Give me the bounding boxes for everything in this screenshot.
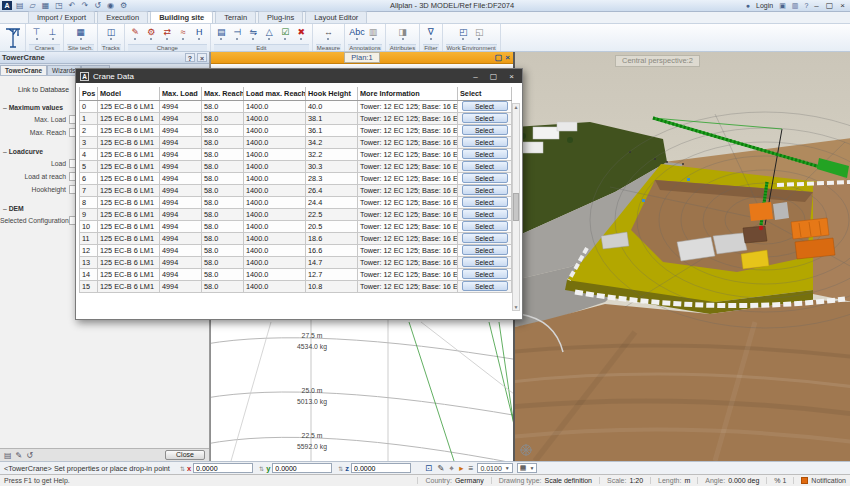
notification-area[interactable]: Notification: [793, 477, 846, 484]
select-button[interactable]: Select: [462, 173, 508, 183]
scroll-up-icon[interactable]: ▲: [514, 104, 519, 110]
delete-icon[interactable]: ✖: [294, 25, 309, 42]
palette-help-button[interactable]: ?: [185, 53, 195, 62]
view-icon[interactable]: ◉: [107, 1, 114, 10]
dialog-titlebar[interactable]: A Crane Data – ▢ ×: [76, 69, 522, 83]
select-button[interactable]: Select: [462, 101, 508, 111]
viewport-restore-icon[interactable]: ▢: [495, 53, 503, 62]
undo-icon[interactable]: ↶: [69, 1, 76, 10]
menu-icon[interactable]: ▤: [16, 1, 24, 10]
select-button[interactable]: Select: [462, 125, 508, 135]
ribbon-tab-execution[interactable]: Execution: [97, 11, 148, 23]
help-icon[interactable]: ?: [804, 2, 808, 9]
close-window-button[interactable]: ×: [840, 1, 846, 10]
slope-icon[interactable]: △: [262, 25, 277, 42]
scroll-down-icon[interactable]: ▼: [514, 304, 519, 310]
select-button[interactable]: Select: [462, 221, 508, 231]
palette-close-button[interactable]: Close: [165, 450, 205, 460]
fit-view-icon[interactable]: ⊡: [425, 463, 432, 474]
copy-window-icon[interactable]: ◳: [55, 1, 63, 10]
main-area: TowerCrane ? × TowerCraneWizardsLibrary …: [0, 52, 850, 461]
dialog-maximize-button[interactable]: ▢: [490, 72, 498, 81]
ribbon-tab-layout-editor[interactable]: Layout Editor: [305, 11, 367, 23]
dialog-close-button[interactable]: ×: [509, 72, 514, 81]
confirm-icon[interactable]: ☑: [278, 25, 293, 42]
ribbon-tab-plug-ins[interactable]: Plug-ins: [258, 11, 303, 23]
copy-icon[interactable]: ▤: [214, 25, 229, 42]
grid-dropdown[interactable]: ▦▼: [517, 463, 538, 473]
viewport-close-icon[interactable]: ×: [505, 53, 510, 62]
layout-icon[interactable]: ◰: [456, 25, 471, 42]
ribbon-tab-building-site[interactable]: Building site: [150, 11, 213, 23]
select-button[interactable]: Select: [462, 185, 508, 195]
window-switch-icon[interactable]: ▣: [779, 2, 786, 10]
place-crane-icon[interactable]: ⊤: [29, 25, 44, 42]
cell-max-load: 4994: [160, 280, 202, 292]
select-button[interactable]: Select: [462, 197, 508, 207]
coord-x-input[interactable]: [193, 463, 253, 473]
select-button[interactable]: Select: [462, 233, 508, 243]
edit-icon[interactable]: ✎: [16, 451, 23, 460]
mirror-icon[interactable]: ⇋: [246, 25, 261, 42]
crane-table-row: 11125 EC-B 6 LM1499458.01400.018.6Tower:…: [80, 232, 512, 244]
redo-icon[interactable]: ↷: [82, 1, 89, 10]
select-button[interactable]: Select: [462, 257, 508, 267]
wrench-icon[interactable]: ⚙: [144, 25, 159, 42]
crane-list-icon[interactable]: ⊥: [45, 25, 60, 42]
attributes-icon[interactable]: ◨: [395, 25, 410, 42]
curve-icon[interactable]: ≈: [176, 25, 191, 42]
palette-close-icon[interactable]: ×: [197, 53, 207, 62]
plan-viewport-titlebar[interactable]: Plan:1 ▢ ×: [211, 52, 513, 64]
trim-icon[interactable]: ⊣: [230, 25, 245, 42]
open-file-icon[interactable]: ▱: [30, 1, 36, 10]
select-button[interactable]: Select: [462, 269, 508, 279]
ribbon-tab-terrain[interactable]: Terrain: [215, 11, 256, 23]
dialog-scrollbar[interactable]: ▲ ▼: [512, 103, 520, 311]
sheet-icon[interactable]: ▥: [365, 25, 380, 42]
refresh-icon[interactable]: ↺: [94, 1, 101, 10]
measure-icon[interactable]: ↔: [321, 25, 336, 42]
environment-icon[interactable]: ◱: [472, 25, 487, 42]
palette-tab-towercrane[interactable]: TowerCrane: [0, 65, 47, 75]
cell-pos: 8: [80, 196, 98, 208]
dialog-minimize-button[interactable]: –: [473, 72, 477, 81]
perspective-viewport[interactable]: Central perspective:2: [513, 52, 850, 461]
track-pen-icon[interactable]: ✎: [437, 463, 444, 474]
cell-hook-height: 16.6: [306, 244, 358, 256]
track-icon[interactable]: ◫: [103, 25, 118, 42]
h-profile-icon[interactable]: H: [192, 25, 207, 42]
restore-button[interactable]: ▢: [826, 1, 835, 10]
select-button[interactable]: Select: [462, 149, 508, 159]
select-button[interactable]: Select: [462, 137, 508, 147]
text-icon[interactable]: Abc: [349, 25, 364, 42]
refresh-icon[interactable]: ↺: [26, 451, 33, 460]
minimize-button[interactable]: –: [814, 1, 819, 10]
dialog-body: PosModelMax. LoadMax. ReachLoad max. Rea…: [76, 83, 522, 319]
step-dropdown[interactable]: 0.0100▼: [477, 463, 512, 473]
scrollbar-thumb[interactable]: [513, 193, 519, 221]
select-button[interactable]: Select: [462, 113, 508, 123]
filter-icon[interactable]: ∇: [423, 25, 438, 42]
cell-max-reach: 58.0: [202, 184, 244, 196]
step-lines-icon[interactable]: ≡: [468, 463, 473, 474]
coord-y-input[interactable]: [272, 463, 332, 473]
coord-z-input[interactable]: [351, 463, 411, 473]
tower-crane-tool-button[interactable]: [0, 24, 26, 51]
ribbon-tab-import-export[interactable]: Import / Export: [28, 11, 95, 23]
save-icon[interactable]: ▦: [42, 1, 50, 10]
cell-hook-height: 22.5: [306, 208, 358, 220]
jump-icon[interactable]: ▸: [459, 463, 463, 474]
cell-max-load: 4994: [160, 196, 202, 208]
point-snap-icon[interactable]: ⌖: [449, 463, 454, 474]
shop-cart-icon[interactable]: ▥: [792, 2, 799, 10]
select-button[interactable]: Select: [462, 245, 508, 255]
select-button[interactable]: Select: [462, 209, 508, 219]
login-button[interactable]: Login: [756, 2, 773, 9]
tools-icon[interactable]: ⚙: [120, 1, 127, 10]
pencil-icon[interactable]: ✎: [128, 25, 143, 42]
select-button[interactable]: Select: [462, 281, 508, 291]
select-button[interactable]: Select: [462, 161, 508, 171]
pin-icon[interactable]: ▤: [4, 451, 12, 460]
swap-icon[interactable]: ⇄: [160, 25, 175, 42]
site-equipment-icon[interactable]: ▦: [73, 25, 88, 42]
